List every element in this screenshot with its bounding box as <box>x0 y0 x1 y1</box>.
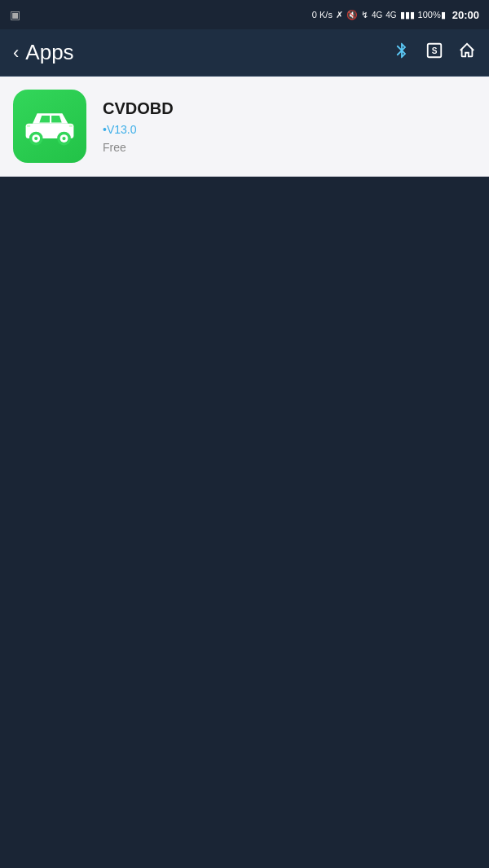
bluetooth-status-icon: ✗ <box>336 10 343 20</box>
toolbar-left: ‹ Apps <box>13 40 74 65</box>
status-bar: ▣ 0 K/s ✗ 🔇 ↯ 4G 4G ▮▮▮ 100%▮ 20:00 <box>0 0 489 29</box>
page-title: Apps <box>25 40 73 65</box>
status-bar-right: 0 K/s ✗ 🔇 ↯ 4G 4G ▮▮▮ 100%▮ 20:00 <box>312 9 479 21</box>
app-version: •V13.0 <box>103 123 174 136</box>
svg-rect-11 <box>69 125 73 127</box>
home-icon[interactable] <box>458 42 476 64</box>
status-bar-left: ▣ <box>10 8 20 21</box>
app-icon <box>13 90 86 163</box>
bluetooth-icon[interactable] <box>393 42 411 64</box>
app-info: CVDOBD •V13.0 Free <box>103 99 174 154</box>
clock: 20:00 <box>452 9 479 21</box>
svg-point-7 <box>62 137 65 140</box>
signal-icon: ▮▮▮ <box>400 10 415 20</box>
svg-point-10 <box>34 137 37 140</box>
svg-rect-12 <box>27 125 30 127</box>
network-4g2-icon: 4G <box>385 11 396 20</box>
svg-rect-4 <box>27 128 32 133</box>
app-list-area: CVDOBD •V13.0 Free <box>0 77 489 177</box>
mute-icon: 🔇 <box>346 10 358 20</box>
toolbar-right: S <box>393 42 476 64</box>
app-price: Free <box>103 141 174 154</box>
network-4g1-icon: 4G <box>372 11 382 20</box>
main-content-area <box>0 177 489 868</box>
svg-rect-3 <box>68 128 73 133</box>
app-name: CVDOBD <box>103 99 174 118</box>
battery-icon: 100%▮ <box>418 10 446 20</box>
toolbar: ‹ Apps S <box>0 29 489 77</box>
app-store-icon[interactable]: S <box>425 42 443 64</box>
wifi-icon: ↯ <box>361 10 368 20</box>
screenshot-icon: ▣ <box>10 8 20 21</box>
app-list-item[interactable]: CVDOBD •V13.0 Free <box>0 77 489 177</box>
version-number: V13.0 <box>107 123 137 136</box>
svg-text:S: S <box>432 46 438 55</box>
network-speed: 0 K/s <box>312 10 333 20</box>
back-button[interactable]: ‹ <box>13 42 19 64</box>
